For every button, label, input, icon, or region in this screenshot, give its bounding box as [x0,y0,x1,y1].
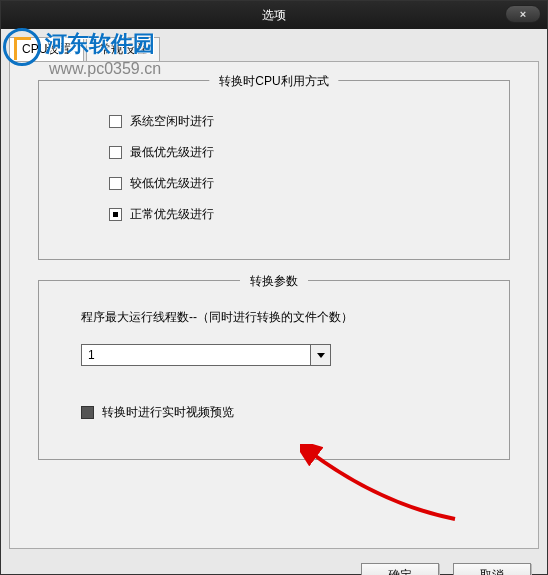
thread-value: 1 [82,348,310,362]
button-bar: 确定 取消 [1,557,547,575]
cpu-group-legend: 转换时CPU利用方式 [209,73,338,90]
cpu-group: 转换时CPU利用方式 系统空闲时进行 最低优先级进行 较低优先级进行 正常优先级… [38,80,510,260]
tabbar: CPU设置 常规设置 [1,29,547,61]
checkbox-icon [81,406,94,419]
option-label: 较低优先级进行 [130,175,214,192]
window-title: 选项 [262,7,286,24]
option-label: 最低优先级进行 [130,144,214,161]
option-label: 系统空闲时进行 [130,113,214,130]
tab-general[interactable]: 常规设置 [86,37,160,61]
thread-dropdown[interactable]: 1 [81,344,331,366]
option-lower[interactable]: 较低优先级进行 [109,175,485,192]
preview-label: 转换时进行实时视频预览 [102,404,234,421]
close-icon: × [520,8,526,20]
ok-button[interactable]: 确定 [361,563,439,575]
option-label: 正常优先级进行 [130,206,214,223]
param-group-legend: 转换参数 [240,273,308,290]
option-idle[interactable]: 系统空闲时进行 [109,113,485,130]
option-lowest[interactable]: 最低优先级进行 [109,144,485,161]
content-panel: 转换时CPU利用方式 系统空闲时进行 最低优先级进行 较低优先级进行 正常优先级… [9,61,539,549]
dropdown-arrow-icon [310,345,330,365]
checkbox-icon [109,208,122,221]
cancel-button[interactable]: 取消 [453,563,531,575]
param-group: 转换参数 程序最大运行线程数--（同时进行转换的文件个数） 1 转换时进行实时视… [38,280,510,460]
thread-desc: 程序最大运行线程数--（同时进行转换的文件个数） [81,309,477,326]
checkbox-icon [109,115,122,128]
titlebar: 选项 × [1,1,547,29]
option-normal[interactable]: 正常优先级进行 [109,206,485,223]
close-button[interactable]: × [505,5,541,23]
preview-checkbox[interactable]: 转换时进行实时视频预览 [81,404,477,421]
checkbox-icon [109,146,122,159]
tab-cpu[interactable]: CPU设置 [9,37,84,61]
checkbox-icon [109,177,122,190]
